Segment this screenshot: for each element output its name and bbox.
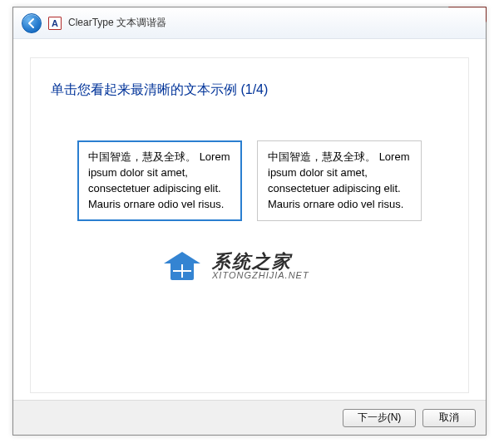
footer-bar: 下一步(N) 取消	[13, 400, 486, 435]
sample-container: 中国智造，慧及全球。 Lorem ipsum dolor sit amet, c…	[51, 140, 448, 221]
text-sample-2[interactable]: 中国智造，慧及全球。 Lorem ipsum dolor sit amet, c…	[257, 140, 422, 221]
app-icon: A	[48, 17, 62, 30]
page-heading: 单击您看起来最清晰的文本示例 (1/4)	[51, 81, 448, 99]
content-area: 单击您看起来最清晰的文本示例 (1/4) 中国智造，慧及全球。 Lorem ip…	[30, 57, 469, 393]
sample-text-cn: 中国智造，慧及全球。	[268, 150, 376, 163]
back-button[interactable]	[22, 13, 42, 33]
cancel-button[interactable]: 取消	[422, 409, 476, 427]
next-button[interactable]: 下一步(N)	[343, 409, 416, 427]
back-arrow-icon	[26, 17, 37, 29]
header-bar: A ClearType 文本调谐器	[13, 7, 486, 39]
sample-text-cn: 中国智造，慧及全球。	[88, 150, 196, 163]
app-title: ClearType 文本调谐器	[68, 16, 166, 30]
wizard-window: A ClearType 文本调谐器 单击您看起来最清晰的文本示例 (1/4) 中…	[12, 7, 487, 436]
text-sample-1[interactable]: 中国智造，慧及全球。 Lorem ipsum dolor sit amet, c…	[77, 140, 242, 221]
